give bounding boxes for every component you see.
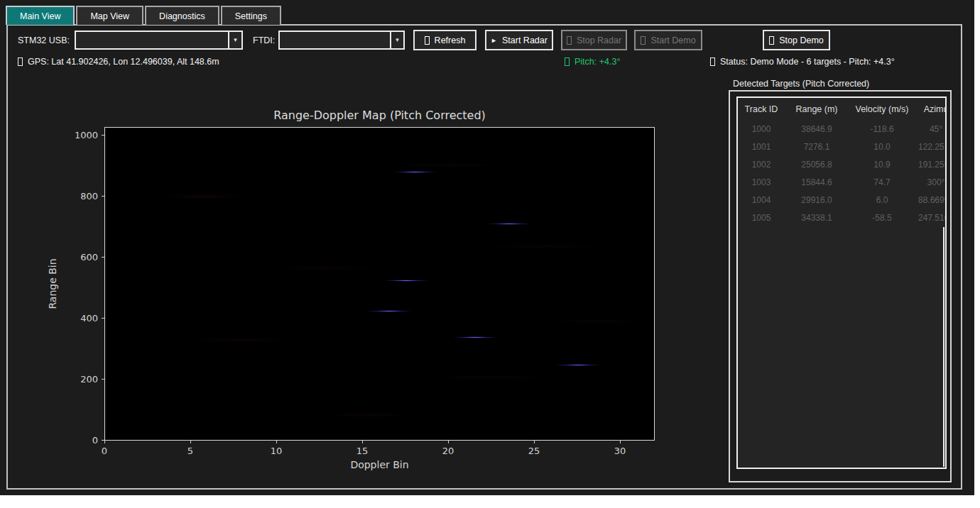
cell-velocity: 74.7 <box>849 177 915 187</box>
app-window: Main View Map View Diagnostics Settings … <box>0 0 974 495</box>
vertical-scrollbar[interactable] <box>943 227 944 467</box>
refresh-icon <box>425 36 430 45</box>
gps-status-text: GPS: Lat 41.902426, Lon 12.496039, Alt 1… <box>28 57 219 67</box>
chevron-down-icon[interactable]: ▼ <box>228 32 241 48</box>
x-tick-label: 10 <box>271 446 283 456</box>
x-tick <box>448 441 449 443</box>
pitch-indicator: Pitch: +4.3° <box>565 57 620 67</box>
table-row[interactable]: 1000 38646.9 -118.6 45° <box>738 120 945 138</box>
y-tick-label: 200 <box>80 374 98 385</box>
cell-azimuth: 300° <box>915 177 947 187</box>
cell-range: 29916.0 <box>785 195 849 205</box>
pitch-indicator-text: Pitch: +4.3° <box>575 57 620 67</box>
cell-velocity: 6.0 <box>849 195 915 205</box>
heatmap-canvas <box>104 127 655 441</box>
targets-table[interactable]: Track ID Range (m) Velocity (m/s) Azimu … <box>736 96 947 469</box>
y-tick <box>102 135 104 136</box>
x-tick <box>362 441 363 443</box>
x-tick-label: 30 <box>614 446 626 456</box>
cell-velocity: 10.9 <box>849 160 915 170</box>
target-streak <box>481 223 538 225</box>
cell-track-id: 1004 <box>738 195 785 205</box>
targets-table-header: Track ID Range (m) Velocity (m/s) Azimu <box>738 98 945 120</box>
cell-range: 25056.8 <box>785 160 849 170</box>
start-demo-button-label: Start Demo <box>650 35 695 45</box>
status-icon <box>710 57 715 66</box>
refresh-button-label: Refresh <box>435 35 466 45</box>
x-tick <box>190 441 191 443</box>
x-tick <box>104 441 105 443</box>
targets-panel-title: Detected Targets (Pitch Corrected) <box>733 79 869 89</box>
tab-diagnostics[interactable]: Diagnostics <box>145 6 219 25</box>
stop-demo-button[interactable]: Stop Demo <box>763 30 830 50</box>
cell-track-id: 1005 <box>738 213 785 223</box>
refresh-button[interactable]: Refresh <box>413 30 477 50</box>
stop-icon <box>567 36 572 45</box>
cell-range: 7276.1 <box>785 142 849 152</box>
chevron-down-icon[interactable]: ▼ <box>390 32 403 48</box>
ftdi-combobox[interactable]: ▼ <box>278 31 405 50</box>
y-tick <box>102 318 104 319</box>
column-header-velocity: Velocity (m/s) <box>849 104 915 114</box>
y-tick <box>102 440 104 441</box>
table-row[interactable]: 1004 29916.0 6.0 88.66998 <box>738 191 945 209</box>
stm32-usb-label: STM32 USB: <box>18 35 70 45</box>
cell-azimuth: 88.66998 <box>915 195 947 205</box>
column-header-range: Range (m) <box>785 104 849 114</box>
x-tick <box>620 441 621 443</box>
play-icon: ► <box>491 37 497 44</box>
x-tick <box>276 441 277 443</box>
target-streak <box>386 171 443 173</box>
cell-range: 15844.6 <box>785 177 849 187</box>
y-tick <box>102 379 104 380</box>
column-header-azimuth: Azimu <box>915 104 947 114</box>
start-demo-button: Start Demo <box>634 30 702 50</box>
table-row[interactable]: 1002 25056.8 10.9 191.2552 <box>738 155 945 173</box>
x-tick <box>534 441 535 443</box>
cell-velocity: 10.0 <box>849 142 915 152</box>
cell-azimuth: 247.5104 <box>915 213 947 223</box>
pitch-icon <box>565 57 570 66</box>
x-tick-label: 20 <box>442 446 454 456</box>
cell-velocity: -58.5 <box>849 213 915 223</box>
target-streak <box>361 310 418 312</box>
x-tick-label: 15 <box>356 446 369 456</box>
cell-velocity: -118.6 <box>849 124 915 134</box>
y-tick-label: 0 <box>92 435 98 446</box>
start-radar-button[interactable]: ► Start Radar <box>485 30 553 50</box>
y-tick-label: 800 <box>80 191 98 201</box>
table-row[interactable]: 1001 7276.1 10.0 122.2510 <box>738 138 945 155</box>
tab-main-view[interactable]: Main View <box>6 6 75 25</box>
y-tick-label: 1000 <box>75 130 98 140</box>
ftdi-label: FTDI: <box>253 35 275 45</box>
cell-azimuth: 122.2510 <box>915 142 947 152</box>
gps-icon <box>18 57 23 66</box>
y-tick-label: 400 <box>80 313 98 324</box>
status-message: Status: Demo Mode - 6 targets - Pitch: +… <box>710 57 895 67</box>
y-tick-label: 600 <box>80 252 98 263</box>
range-doppler-chart: 0 5 10 15 20 25 30 0 200 400 600 800 100… <box>104 127 655 441</box>
tab-map-view[interactable]: Map View <box>76 6 143 25</box>
x-axis-label: Doppler Bin <box>104 459 655 470</box>
stm32-usb-combobox[interactable]: ▼ <box>75 31 243 50</box>
y-axis-label: Range Bin <box>47 258 58 309</box>
x-tick-label: 5 <box>187 446 193 456</box>
table-row[interactable]: 1005 34338.1 -58.5 247.5104 <box>738 209 945 226</box>
target-streak <box>447 336 503 338</box>
tab-bar: Main View Map View Diagnostics Settings <box>6 6 283 25</box>
y-tick <box>102 196 104 197</box>
cell-track-id: 1000 <box>738 124 785 134</box>
table-row[interactable]: 1003 15844.6 74.7 300° <box>738 173 945 191</box>
gps-status: GPS: Lat 41.902426, Lon 12.496039, Alt 1… <box>18 57 219 67</box>
cell-azimuth: 45° <box>915 124 947 134</box>
cell-track-id: 1003 <box>738 177 785 187</box>
cell-track-id: 1001 <box>738 142 785 152</box>
stop-radar-button: Stop Radar <box>561 30 627 50</box>
cell-azimuth: 191.2552 <box>915 160 947 170</box>
start-radar-button-label: Start Radar <box>502 35 548 45</box>
stop-radar-button-label: Stop Radar <box>577 35 621 45</box>
cell-range: 34338.1 <box>785 213 849 223</box>
chart-title: Range-Doppler Map (Pitch Corrected) <box>104 109 655 122</box>
y-tick <box>102 257 104 258</box>
tab-settings[interactable]: Settings <box>221 6 281 25</box>
